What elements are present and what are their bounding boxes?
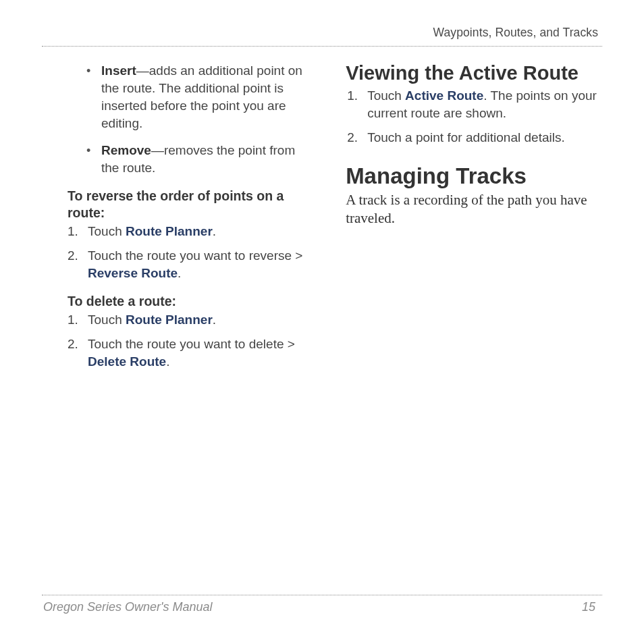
step-text: Touch a point for additional details.: [367, 130, 565, 144]
bullet-term: Insert: [101, 63, 136, 78]
step: Touch the route you want to reverse > Re…: [68, 247, 316, 282]
ui-term-active-route: Active Route: [405, 88, 483, 103]
footer-page-number: 15: [582, 600, 595, 614]
header-section-title: Waypoints, Routes, and Tracks: [433, 26, 598, 40]
ui-term-delete-route: Delete Route: [88, 354, 166, 369]
subhead-delete: To delete a route:: [68, 293, 316, 310]
step: Touch Route Planner.: [68, 311, 316, 329]
heading-managing-tracks: Managing Tracks: [346, 164, 602, 188]
step: Touch the route you want to delete > Del…: [68, 336, 316, 371]
bullet-text: Remove—removes the point from the route.: [101, 142, 316, 177]
bullet-text: Insert—adds an additional point on the r…: [101, 62, 316, 132]
steps-viewing: Touch Active Route. The points on your c…: [347, 87, 602, 146]
ui-term-reverse-route: Reverse Route: [88, 266, 178, 280]
step-suffix: .: [178, 266, 181, 280]
bullet-item-insert: • Insert—adds an additional point on the…: [86, 62, 316, 132]
step-text: Touch: [88, 224, 126, 238]
bullet-dot: •: [86, 142, 101, 177]
step: Touch a point for additional details.: [347, 129, 602, 146]
step-text: Touch: [367, 88, 405, 103]
step-text: Touch the route you want to reverse >: [88, 248, 302, 263]
step-suffix: .: [166, 354, 169, 369]
footer-divider: [42, 595, 602, 595]
header-divider: [42, 46, 602, 47]
ui-term-route-planner: Route Planner: [126, 313, 213, 327]
step-suffix: .: [213, 224, 216, 238]
content-columns: • Insert—adds an additional point on the…: [66, 62, 602, 377]
heading-viewing-active-route: Viewing the Active Route: [346, 62, 602, 84]
right-column: Viewing the Active Route Touch Active Ro…: [346, 62, 602, 377]
step-text: Touch the route you want to delete >: [88, 337, 295, 351]
left-column: • Insert—adds an additional point on the…: [66, 62, 316, 377]
body-managing-tracks: A track is a recording of the path you h…: [346, 191, 602, 227]
steps-reverse: Touch Route Planner. Touch the route you…: [68, 223, 316, 282]
bullet-list: • Insert—adds an additional point on the…: [86, 62, 316, 177]
step-text: Touch: [88, 313, 126, 327]
step: Touch Active Route. The points on your c…: [347, 87, 602, 122]
bullet-dot: •: [86, 62, 101, 132]
steps-delete: Touch Route Planner. Touch the route you…: [68, 311, 316, 371]
subhead-reverse: To reverse the order of points on a rout…: [68, 188, 316, 221]
ui-term-route-planner: Route Planner: [126, 224, 213, 238]
step-suffix: .: [213, 313, 216, 327]
bullet-item-remove: • Remove—removes the point from the rout…: [86, 142, 316, 177]
step: Touch Route Planner.: [68, 223, 316, 240]
footer-manual-title: Oregon Series Owner's Manual: [43, 600, 213, 614]
bullet-term: Remove: [101, 143, 151, 157]
